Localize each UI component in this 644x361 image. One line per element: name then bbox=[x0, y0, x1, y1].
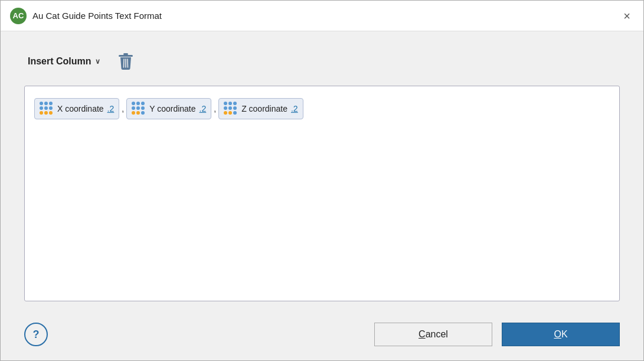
titlebar-left: AC Au Cat Guide Points Text Format bbox=[10, 8, 162, 24]
comma-separator-1: , bbox=[122, 105, 124, 113]
chevron-down-icon: ∨ bbox=[95, 57, 100, 66]
format-box: X coordinate .2 , Y coordinate .2 , bbox=[24, 86, 620, 301]
svg-line-4 bbox=[128, 59, 128, 67]
close-button[interactable]: × bbox=[620, 9, 634, 23]
delete-button[interactable] bbox=[113, 49, 138, 74]
column-chip-z[interactable]: Z coordinate .2 bbox=[218, 98, 303, 119]
svg-line-2 bbox=[123, 59, 124, 67]
y-coordinate-label: Y coordinate bbox=[149, 104, 195, 113]
footer-buttons: Cancel OK bbox=[374, 323, 620, 346]
dialog-title: Au Cat Guide Points Text Format bbox=[32, 11, 162, 21]
svg-rect-0 bbox=[119, 55, 133, 57]
z-coordinate-label: Z coordinate bbox=[241, 104, 287, 113]
x-coordinate-label: X coordinate bbox=[57, 104, 104, 113]
insert-column-label: Insert Column bbox=[28, 56, 91, 67]
z-format-link[interactable]: .2 bbox=[291, 104, 298, 113]
column-chip-x[interactable]: X coordinate .2 bbox=[34, 98, 119, 119]
x-format-link[interactable]: .2 bbox=[107, 104, 115, 113]
dialog-window: AC Au Cat Guide Points Text Format × Ins… bbox=[0, 0, 644, 361]
cancel-button[interactable]: Cancel bbox=[374, 323, 492, 346]
y-dot-grid bbox=[132, 102, 146, 116]
svg-rect-1 bbox=[123, 53, 128, 55]
titlebar: AC Au Cat Guide Points Text Format × bbox=[1, 1, 643, 31]
trash-icon bbox=[118, 53, 133, 70]
y-format-link[interactable]: .2 bbox=[200, 104, 207, 113]
cancel-label: Cancel bbox=[419, 329, 448, 339]
ok-label: OK bbox=[554, 329, 567, 339]
app-icon: AC bbox=[10, 8, 27, 24]
content-area: Insert Column ∨ bbox=[1, 31, 643, 313]
insert-column-button[interactable]: Insert Column ∨ bbox=[24, 54, 104, 69]
toolbar: Insert Column ∨ bbox=[24, 49, 620, 74]
column-chip-y[interactable]: Y coordinate .2 bbox=[126, 98, 211, 119]
comma-separator-2: , bbox=[214, 105, 216, 113]
ok-button[interactable]: OK bbox=[502, 323, 620, 346]
z-dot-grid bbox=[224, 102, 238, 116]
x-dot-grid bbox=[40, 102, 54, 116]
help-button[interactable]: ? bbox=[24, 323, 48, 346]
help-icon: ? bbox=[33, 329, 40, 341]
footer: ? Cancel OK bbox=[1, 313, 643, 360]
